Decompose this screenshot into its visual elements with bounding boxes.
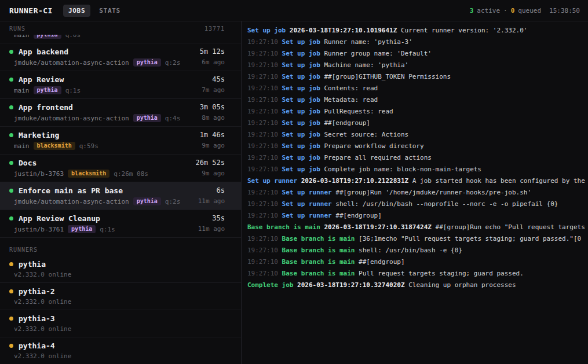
run-ref: justin/b-3763 xyxy=(14,170,64,178)
log-message: ##[endgroup] xyxy=(335,212,381,219)
log-group-label: Set up job xyxy=(282,166,320,173)
log-message: [36;1mecho "Pull request targets staging… xyxy=(359,235,581,242)
run-status-dot-icon xyxy=(9,216,13,220)
log-group-label: Set up job xyxy=(282,131,320,138)
run-list-item[interactable]: App backend jmduke/automation-async-acti… xyxy=(0,43,241,71)
log-timestamp: 19:27:10 xyxy=(247,270,278,277)
log-message: ##[endgroup] xyxy=(359,258,404,266)
log-line: 19:27:10 Base branch is main [36;1mecho … xyxy=(247,233,588,245)
log-message: Machine name: 'pythia' xyxy=(324,61,408,69)
log-group-label: Set up job xyxy=(282,108,320,115)
run-queue-time: q:4s xyxy=(165,115,181,122)
run-list-item[interactable]: Docs justin/b-3763 blacksmith q:26m 08s … xyxy=(0,155,241,182)
run-list-item[interactable]: Enforce main as PR base jmduke/automatio… xyxy=(0,182,241,210)
log-group-label: Set up runner xyxy=(282,200,332,208)
status-bar: 3 active · 0 queued 15:38:50 xyxy=(470,7,580,14)
runner-meta: v2.332.0 online xyxy=(9,298,225,306)
log-iso-timestamp: 2026-03-18T19:27:10.1019641Z xyxy=(290,27,397,34)
run-queue-time: q:1s xyxy=(100,226,115,233)
run-ref: main xyxy=(14,35,30,39)
log-group-label: Set up job xyxy=(282,96,320,104)
run-ref: jmduke/automation-async-action xyxy=(14,115,129,122)
log-timestamp: 19:27:10 xyxy=(247,50,278,57)
log-iso-timestamp: 2026-03-18T19:27:10.2122831Z xyxy=(301,177,408,185)
log-pane[interactable]: Set up job 2026-03-18T19:27:10.1019641Z … xyxy=(242,21,588,364)
log-message: ##[endgroup] xyxy=(324,119,370,127)
run-status-dot-icon xyxy=(9,161,13,165)
log-line: 19:27:10 Base branch is main ##[endgroup… xyxy=(247,256,588,268)
log-group-label: Set up job xyxy=(282,50,320,57)
tab-stats[interactable]: STATS xyxy=(94,5,126,17)
runner-badge: pythia xyxy=(133,114,161,122)
runner-meta: v2.332.0 online xyxy=(9,325,225,333)
run-ref: jmduke/automation-async-action xyxy=(14,59,129,67)
runner-list-item[interactable]: pythia-3 v2.332.0 online xyxy=(0,310,241,337)
run-title: App Review xyxy=(19,75,64,84)
log-message: ##[group]Run '/home/jmduke/runner-hooks/… xyxy=(335,189,531,196)
run-duration: 35s xyxy=(198,214,225,223)
run-list-item[interactable]: App Review main pythia q:1s 45s 7m ago xyxy=(0,71,241,99)
log-line: 19:27:10 Set up job Runner name: 'pythia… xyxy=(247,36,588,48)
log-line: 19:27:10 Set up job Runner group name: '… xyxy=(247,48,588,60)
sidebar: RUNS 13771 main pythia q:0s App backend xyxy=(0,21,242,364)
log-message: A job started hook has been configured b… xyxy=(412,177,585,185)
status-separator: · xyxy=(503,7,507,14)
queued-label: queued xyxy=(518,7,541,14)
log-timestamp: 19:27:10 xyxy=(247,96,278,104)
run-duration: 5m 12s xyxy=(200,47,225,56)
log-message: Contents: read xyxy=(324,84,378,92)
log-message: Pull request targets staging; guard pass… xyxy=(359,270,524,277)
log-timestamp: 19:27:10 xyxy=(247,166,278,173)
run-list-item[interactable]: App Review Cleanup justin/b-3761 pythia … xyxy=(0,210,241,238)
log-message: ##[group]GITHUB_TOKEN Permissions xyxy=(324,73,451,80)
run-title: Docs xyxy=(19,159,36,167)
queued-count: 0 xyxy=(511,7,515,14)
log-group-label: Set up job xyxy=(282,119,320,127)
log-line: Set up job 2026-03-18T19:27:10.1019641Z … xyxy=(247,25,588,36)
log-timestamp: 19:27:10 xyxy=(247,258,278,266)
runs-section-header: RUNS 13771 xyxy=(0,21,241,35)
log-message: Complete job name: block-non-main-target… xyxy=(324,166,481,173)
runner-badge: pythia xyxy=(68,225,96,233)
run-list-item[interactable]: App frontend jmduke/automation-async-act… xyxy=(0,99,241,127)
log-group-label: Set up job xyxy=(282,84,320,92)
runner-list-item[interactable]: pythia v2.332.0 online xyxy=(0,256,241,283)
runner-list-item[interactable]: pythia-2 v2.332.0 online xyxy=(0,283,241,310)
run-list-item[interactable]: Marketing main blacksmith q:59s 1m 46s 9… xyxy=(0,127,241,155)
log-message: Prepare all required actions xyxy=(324,154,431,161)
runner-badge: pythia xyxy=(34,35,61,39)
run-ago: 11m ago xyxy=(198,197,225,205)
log-group-label: Set up job xyxy=(282,142,320,150)
log-message: Cleaning up orphan processes xyxy=(408,281,516,289)
run-ago: 11m ago xyxy=(198,225,225,233)
run-title: Enforce main as PR base xyxy=(19,186,123,195)
runner-name: pythia-3 xyxy=(19,314,55,323)
runner-meta: v2.332.0 online xyxy=(9,271,225,278)
log-timestamp: 19:27:10 xyxy=(247,119,278,127)
tab-jobs[interactable]: JOBS xyxy=(63,5,90,17)
run-title: Marketing xyxy=(19,131,59,139)
log-message: Runner group name: 'Default' xyxy=(324,50,431,57)
run-duration: 3m 05s xyxy=(200,103,225,112)
run-queue-time: q:1s xyxy=(65,87,81,94)
log-group-label: Set up runner xyxy=(282,189,332,196)
run-list-item[interactable]: main pythia q:0s xyxy=(0,35,241,43)
run-status-dot-icon xyxy=(9,189,13,193)
run-status-dot-icon xyxy=(9,78,13,82)
log-line: 19:27:10 Base branch is main Pull reques… xyxy=(247,268,588,280)
log-group-label: Set up job xyxy=(282,154,320,161)
log-message: ##[group]Run echo "Pull request targets xyxy=(436,223,585,231)
runner-badge: pythia xyxy=(133,197,161,205)
log-line: 19:27:10 Set up job ##[group]GITHUB_TOKE… xyxy=(247,71,588,83)
run-ref: justin/b-3761 xyxy=(14,226,64,233)
runs-list: main pythia q:0s App backend jmduke/auto… xyxy=(0,35,241,238)
log-line: 19:27:10 Set up job Secret source: Actio… xyxy=(247,129,588,141)
log-timestamp: 19:27:10 xyxy=(247,200,278,208)
runner-badge: pythia xyxy=(34,86,61,94)
tab-bar: JOBS STATS xyxy=(63,5,126,17)
run-queue-time: q:0s xyxy=(65,35,81,39)
runner-name: pythia-2 xyxy=(19,287,55,296)
runner-list-item[interactable]: pythia-4 v2.332.0 online xyxy=(0,337,241,364)
clock: 15:38:50 xyxy=(549,7,580,14)
log-group-label: Set up job xyxy=(282,73,320,80)
